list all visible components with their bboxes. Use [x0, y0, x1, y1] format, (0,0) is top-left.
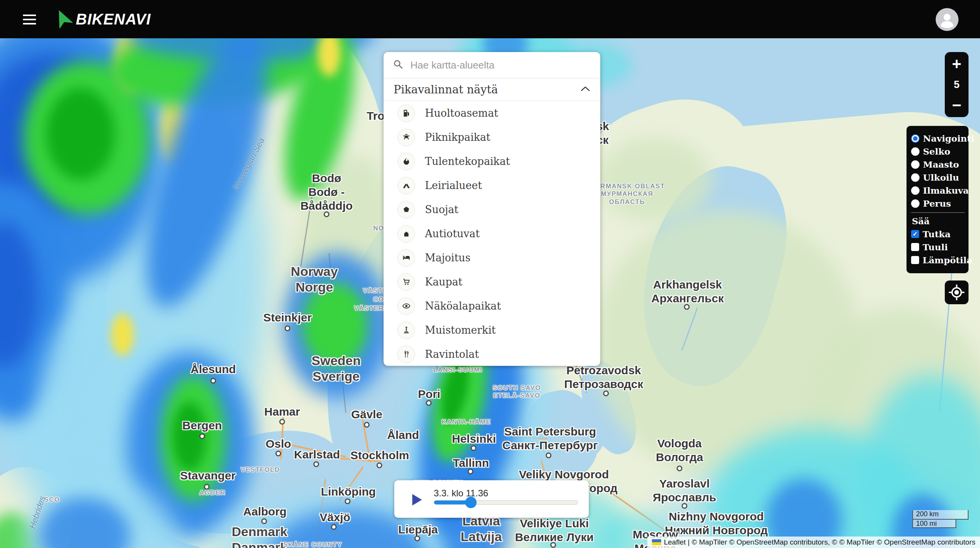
map-city-dot — [345, 499, 351, 504]
fire-icon — [397, 153, 415, 170]
search-icon — [393, 59, 403, 71]
bed-icon — [397, 249, 415, 267]
bikenavi-app: TromsøBodøBodø -BådåddjoSteinkjerÅlesund… — [0, 0, 980, 548]
map-label: DenmarkDanmark — [232, 524, 287, 548]
person-icon — [936, 8, 959, 31]
map-label: PetrozavodskПетрозаводск — [564, 364, 643, 391]
map-label: NorwayNorge — [291, 264, 338, 295]
attribution-text[interactable]: Leaflet | © MapTiler © OpenStreetMap con… — [664, 538, 975, 546]
map-label: Bergen — [182, 419, 222, 432]
picnic-icon — [397, 129, 415, 146]
zoom-out-button[interactable]: − — [952, 97, 962, 113]
map-city-dot — [550, 542, 556, 548]
zoom-in-button[interactable]: + — [952, 56, 962, 72]
quicklink-piknikpaikat[interactable]: Piknikpaikat — [384, 125, 600, 149]
map-label: Ålesund — [191, 362, 236, 376]
monument-icon — [397, 321, 415, 339]
quicklink-label: Huoltoasemat — [425, 107, 498, 119]
map-label: Liepāja — [398, 523, 438, 537]
base-layer-navigointi[interactable]: Navigointi — [911, 133, 965, 144]
quicklink-label: Autiotuvat — [425, 228, 480, 240]
map-city-dot — [603, 391, 609, 396]
map-city-dot — [546, 453, 552, 458]
search-input[interactable] — [410, 59, 591, 72]
quicklink-label: Kaupat — [425, 276, 462, 288]
timeline-slider-thumb[interactable] — [465, 497, 477, 508]
map-city-dot — [377, 463, 382, 468]
menu-icon[interactable] — [23, 15, 36, 24]
quicklinks-header[interactable]: Pikavalinnat näytä — [384, 78, 600, 101]
quicklink-muistomerkit[interactable]: Muistomerkit — [384, 318, 600, 342]
base-layer-perus[interactable]: Perus — [911, 198, 965, 209]
chevron-up-icon[interactable] — [580, 86, 590, 93]
base-layer-label: Ulkoilu — [923, 172, 959, 183]
quicklink-näköalapaikat[interactable]: Näköalapaikat — [384, 294, 600, 318]
map-city-dot — [682, 503, 688, 509]
weather-layer-list: ✓TutkaTuuliLämpötila — [911, 229, 965, 265]
map-label: KANTA-HÄME — [442, 418, 491, 426]
radio-unselected[interactable] — [911, 173, 920, 182]
search-bar[interactable] — [384, 52, 600, 78]
hut-icon — [397, 225, 415, 243]
checkbox-unchecked[interactable] — [911, 243, 919, 251]
map-city-dot — [314, 462, 319, 467]
logo-arrow-icon — [54, 8, 73, 30]
user-avatar[interactable] — [936, 8, 959, 31]
base-layer-maasto[interactable]: Maasto — [911, 159, 965, 170]
layer-divider — [911, 212, 965, 213]
forest-kola — [597, 138, 712, 222]
radar-cell — [46, 88, 115, 180]
base-layer-label: Navigointi — [923, 133, 974, 144]
map-label: Helsinki — [452, 432, 496, 446]
quicklink-leirialueet[interactable]: Leirialueet — [384, 173, 600, 197]
map-city-dot — [468, 469, 474, 475]
map-label: AGDER — [199, 489, 226, 497]
base-layer-ilmakuva[interactable]: Ilmakuva — [911, 185, 965, 196]
weather-layer-lämpötila[interactable]: Lämpötila — [911, 255, 965, 265]
base-layer-selko[interactable]: Selko — [911, 146, 965, 157]
weather-layer-tuuli[interactable]: Tuuli — [911, 242, 965, 252]
map-label: SKÅNE COUNTY — [283, 541, 342, 548]
map-label: SwedenSverige — [312, 353, 361, 384]
quicklink-suojat[interactable]: Suojat — [384, 197, 600, 222]
scale-bar-mi: 100 mi — [912, 520, 956, 528]
map-label: VologdaВологда — [656, 437, 703, 464]
map-label: BodøBodø -Bådåddjo — [301, 171, 353, 213]
brand-logo[interactable]: BIKENAVI — [54, 8, 151, 30]
weather-layer-label: Tutka — [923, 229, 951, 239]
radio-unselected[interactable] — [911, 199, 920, 208]
timeline-slider[interactable] — [434, 500, 578, 505]
quicklink-autiotuvat[interactable]: Autiotuvat — [384, 222, 600, 246]
map-label: Stockholm — [350, 449, 409, 462]
quicklink-huoltoasemat[interactable]: Huoltoasemat — [384, 101, 600, 125]
base-layer-ulkoilu[interactable]: Ulkoilu — [911, 172, 965, 183]
radio-unselected[interactable] — [911, 160, 920, 169]
checkbox-unchecked[interactable] — [911, 256, 919, 264]
quicklink-kaupat[interactable]: Kaupat — [384, 270, 600, 294]
cart-icon — [397, 273, 415, 291]
map-label: SOUTH SAVOETELÄ-SAVO — [493, 384, 541, 400]
crosshair-icon — [948, 284, 965, 301]
restaurant-icon — [397, 346, 415, 363]
play-button[interactable] — [412, 494, 422, 506]
quicklink-label: Leirialueet — [425, 179, 482, 191]
map-label: Växjö — [320, 510, 350, 524]
weather-section-title: Sää — [912, 216, 965, 226]
radio-unselected[interactable] — [911, 147, 920, 156]
weather-layer-label: Lämpötila — [923, 255, 972, 265]
quicklink-majoitus[interactable]: Majoitus — [384, 246, 600, 270]
radio-unselected[interactable] — [911, 186, 920, 195]
quicklinks-list: HuoltoasematPiknikpaikatTulentekopaikatL… — [384, 101, 600, 366]
weather-layer-tutka[interactable]: ✓Tutka — [911, 229, 965, 239]
map-city-dot — [211, 378, 216, 384]
radio-selected[interactable] — [911, 134, 920, 143]
map-label: Saint PetersburgСанкт-Петербург — [502, 425, 598, 452]
quicklink-tulentekopaikat[interactable]: Tulentekopaikat — [384, 149, 600, 173]
quicklink-ravintolat[interactable]: Ravintolat — [384, 342, 600, 366]
map-city-dot — [426, 400, 432, 406]
locate-button[interactable] — [945, 281, 969, 304]
top-bar: BIKENAVI — [0, 0, 980, 38]
map-city-dot — [276, 451, 281, 457]
map-label: Linköping — [321, 485, 376, 499]
checkbox-checked[interactable]: ✓ — [911, 230, 919, 238]
